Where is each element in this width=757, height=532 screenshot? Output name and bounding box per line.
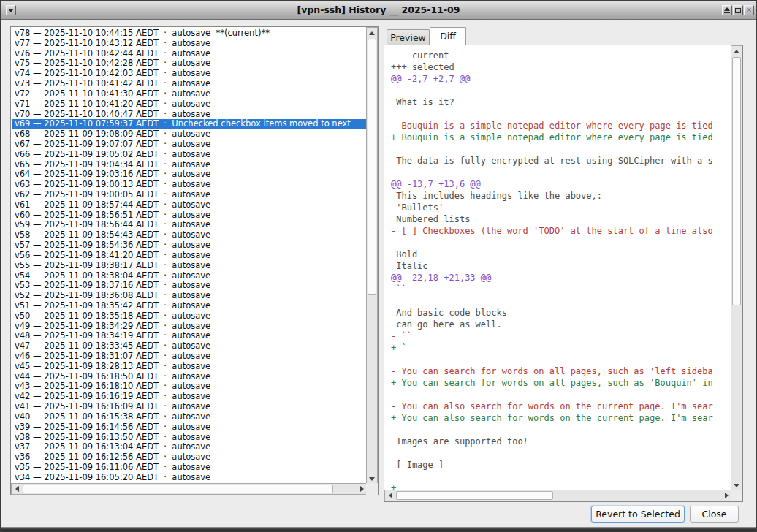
shade-icon bbox=[724, 7, 730, 13]
diff-line bbox=[391, 237, 731, 248]
version-row[interactable]: v55 — 2025-11-09 18:38:17 AEDT · autosav… bbox=[12, 261, 366, 271]
diff-line: @@ -22,18 +21,33 @@ bbox=[391, 272, 731, 284]
diff-line: - [ ] Checkboxes (the word 'TODO' at the… bbox=[391, 225, 731, 237]
version-row[interactable]: v36 — 2025-11-09 16:12:56 AEDT · autosav… bbox=[12, 452, 366, 463]
version-row[interactable]: v75 — 2025-11-10 10:42:28 AEDT · autosav… bbox=[12, 58, 366, 69]
version-row[interactable]: v52 — 2025-11-09 18:36:08 AEDT · autosav… bbox=[12, 291, 366, 301]
version-row[interactable]: v49 — 2025-11-09 18:34:29 AEDT · autosav… bbox=[12, 322, 366, 332]
diff-line bbox=[391, 85, 731, 96]
version-row[interactable]: v72 — 2025-11-10 10:41:30 AEDT · autosav… bbox=[12, 89, 366, 99]
version-row[interactable]: v57 — 2025-11-09 18:54:36 AEDT · autosav… bbox=[12, 240, 366, 251]
diff-line: What is it? bbox=[391, 96, 731, 108]
diff-line: + Bouquin is a simple notepad editor whe… bbox=[391, 132, 731, 143]
version-row[interactable]: v63 — 2025-11-09 19:00:13 AEDT · autosav… bbox=[12, 180, 366, 190]
diff-line: can go here as well. bbox=[391, 319, 731, 330]
tab-diff[interactable]: Diff bbox=[430, 27, 466, 45]
version-row[interactable]: v58 — 2025-11-09 18:54:43 AEDT · autosav… bbox=[12, 230, 366, 240]
version-row[interactable]: v42 — 2025-11-09 16:16:19 AEDT · autosav… bbox=[12, 392, 366, 402]
diff-line: The data is fully encrypted at rest usin… bbox=[391, 155, 731, 167]
scroll-left-arrow-icon[interactable] bbox=[385, 490, 395, 501]
version-row[interactable]: v62 — 2025-11-09 19:00:05 AEDT · autosav… bbox=[12, 190, 366, 200]
diff-line bbox=[391, 354, 731, 365]
diff-line: - You can also search for words on the c… bbox=[391, 400, 731, 412]
tab-preview[interactable]: Preview bbox=[387, 29, 430, 45]
history-dialog-window: [vpn-ssh] History __ 2025-11-09 ✕ v78 — … bbox=[0, 0, 757, 532]
diff-line bbox=[391, 295, 731, 307]
version-row[interactable]: v45 — 2025-11-09 18:28:13 AEDT · autosav… bbox=[12, 362, 366, 372]
version-row[interactable]: v60 — 2025-11-09 18:56:51 AEDT · autosav… bbox=[12, 210, 366, 221]
close-button[interactable]: Close bbox=[690, 506, 739, 522]
scroll-down-arrow-icon[interactable] bbox=[367, 474, 377, 484]
version-row[interactable]: v46 — 2025-11-09 18:31:07 AEDT · autosav… bbox=[12, 352, 366, 362]
version-row[interactable]: v65 — 2025-11-09 19:04:34 AEDT · autosav… bbox=[12, 160, 366, 170]
window-frame-bottom bbox=[1, 527, 756, 531]
version-row[interactable]: v54 — 2025-11-09 18:38:04 AEDT · autosav… bbox=[12, 271, 366, 281]
diff-vertical-scroll-thumb[interactable] bbox=[732, 57, 741, 305]
version-row[interactable]: v38 — 2025-11-09 16:13:50 AEDT · autosav… bbox=[12, 433, 366, 443]
version-row[interactable]: v76 — 2025-11-10 10:42:44 AEDT · autosav… bbox=[12, 49, 366, 59]
revert-to-selected-button[interactable]: Revert to Selected bbox=[591, 506, 685, 522]
version-history-list: v78 — 2025-11-10 10:44:15 AEDT · autosav… bbox=[10, 26, 378, 495]
version-row[interactable]: v77 — 2025-11-10 10:43:12 AEDT · autosav… bbox=[12, 39, 366, 49]
diff-line: + You can search for words on all pages,… bbox=[391, 377, 731, 389]
version-row[interactable]: v61 — 2025-11-09 18:57:44 AEDT · autosav… bbox=[12, 200, 366, 210]
diff-horizontal-scroll-thumb[interactable] bbox=[396, 491, 553, 500]
diff-line: This includes headings like the above,: bbox=[391, 190, 731, 202]
version-row[interactable]: v47 — 2025-11-09 18:33:45 AEDT · autosav… bbox=[12, 341, 366, 352]
version-row[interactable]: v41 — 2025-11-09 16:16:09 AEDT · autosav… bbox=[12, 402, 366, 412]
version-row[interactable]: v56 — 2025-11-09 18:41:20 AEDT · autosav… bbox=[12, 251, 366, 261]
version-row[interactable]: v43 — 2025-11-09 16:18:10 AEDT · autosav… bbox=[12, 381, 366, 392]
version-row[interactable]: v48 — 2025-11-09 18:34:19 AEDT · autosav… bbox=[12, 331, 366, 341]
version-row[interactable]: v59 — 2025-11-09 18:56:44 AEDT · autosav… bbox=[12, 220, 366, 230]
diff-line: @@ -13,7 +13,6 @@ bbox=[391, 178, 731, 190]
version-row[interactable]: v34 — 2025-11-09 16:05:20 AEDT · autosav… bbox=[12, 473, 366, 483]
list-vertical-scrollbar[interactable] bbox=[366, 27, 378, 484]
shade-button[interactable] bbox=[722, 5, 732, 15]
scroll-right-arrow-icon[interactable] bbox=[357, 484, 367, 494]
version-row[interactable]: v71 — 2025-11-10 10:41:20 AEDT · autosav… bbox=[12, 99, 366, 110]
close-icon: ✕ bbox=[746, 7, 752, 14]
version-row[interactable]: v53 — 2025-11-09 18:37:16 AEDT · autosav… bbox=[12, 281, 366, 291]
version-row[interactable]: v74 — 2025-11-10 10:42:03 AEDT · autosav… bbox=[12, 69, 366, 79]
version-row[interactable]: v44 — 2025-11-09 16:18:50 AEDT · autosav… bbox=[12, 372, 366, 382]
list-horizontal-scroll-thumb[interactable] bbox=[23, 484, 333, 493]
version-row[interactable]: v50 — 2025-11-09 18:35:18 AEDT · autosav… bbox=[12, 311, 366, 322]
version-row[interactable]: v64 — 2025-11-09 19:03:16 AEDT · autosav… bbox=[12, 170, 366, 180]
diff-text: --- current+++ selected@@ -2,7 +2,7 @@ W… bbox=[385, 46, 731, 490]
version-row[interactable]: v73 — 2025-11-10 10:41:42 AEDT · autosav… bbox=[12, 79, 366, 89]
diff-line bbox=[391, 447, 731, 459]
diff-vertical-scrollbar[interactable] bbox=[731, 45, 742, 491]
scroll-up-arrow-icon[interactable] bbox=[367, 28, 377, 38]
version-row[interactable]: v68 — 2025-11-09 19:08:09 AEDT · autosav… bbox=[12, 129, 366, 140]
list-horizontal-scrollbar[interactable] bbox=[11, 483, 368, 495]
scroll-up-arrow-icon[interactable] bbox=[731, 46, 742, 56]
titlebar[interactable]: [vpn-ssh] History __ 2025-11-09 ✕ bbox=[1, 1, 756, 20]
version-row[interactable]: v66 — 2025-11-09 19:05:02 AEDT · autosav… bbox=[12, 150, 366, 160]
version-row[interactable]: v67 — 2025-11-09 19:07:07 AEDT · autosav… bbox=[12, 140, 366, 150]
scroll-left-arrow-icon[interactable] bbox=[12, 484, 22, 494]
diff-line: + You can also search for words on the c… bbox=[391, 412, 731, 424]
maximize-button[interactable] bbox=[733, 5, 743, 15]
diff-line bbox=[391, 389, 731, 400]
version-row[interactable]: v69 — 2025-11-10 07:59:37 AEDT · Uncheck… bbox=[12, 119, 366, 129]
version-row[interactable]: v39 — 2025-11-09 16:14:56 AEDT · autosav… bbox=[12, 422, 366, 433]
diff-line bbox=[391, 471, 731, 482]
version-row[interactable]: v70 — 2025-11-10 10:40:47 AEDT · autosav… bbox=[12, 110, 366, 120]
version-row[interactable]: v40 — 2025-11-09 16:15:38 AEDT · autosav… bbox=[12, 412, 366, 422]
diff-line: @@ -2,7 +2,7 @@ bbox=[391, 73, 731, 85]
scroll-down-arrow-icon[interactable] bbox=[731, 480, 742, 490]
diff-line: 'Bullets' bbox=[391, 202, 731, 213]
version-row[interactable]: v51 — 2025-11-09 18:35:42 AEDT · autosav… bbox=[12, 301, 366, 311]
diff-line: - `` bbox=[391, 330, 731, 342]
diff-line: + ` bbox=[391, 342, 731, 354]
diff-line: - You can search for words on all pages,… bbox=[391, 365, 731, 377]
diff-horizontal-scrollbar[interactable] bbox=[384, 490, 732, 501]
version-row[interactable]: v78 — 2025-11-10 10:44:15 AEDT · autosav… bbox=[12, 28, 366, 39]
diff-line: Bold bbox=[391, 248, 731, 260]
list-vertical-scroll-thumb[interactable] bbox=[368, 39, 376, 294]
diff-pane: --- current+++ selected@@ -2,7 +2,7 @@ W… bbox=[384, 45, 743, 502]
close-window-button[interactable]: ✕ bbox=[744, 5, 754, 15]
scroll-right-arrow-icon[interactable] bbox=[721, 490, 731, 501]
version-row[interactable]: v37 — 2025-11-09 16:13:04 AEDT · autosav… bbox=[12, 442, 366, 452]
version-row[interactable]: v35 — 2025-11-09 16:11:06 AEDT · autosav… bbox=[12, 463, 366, 473]
